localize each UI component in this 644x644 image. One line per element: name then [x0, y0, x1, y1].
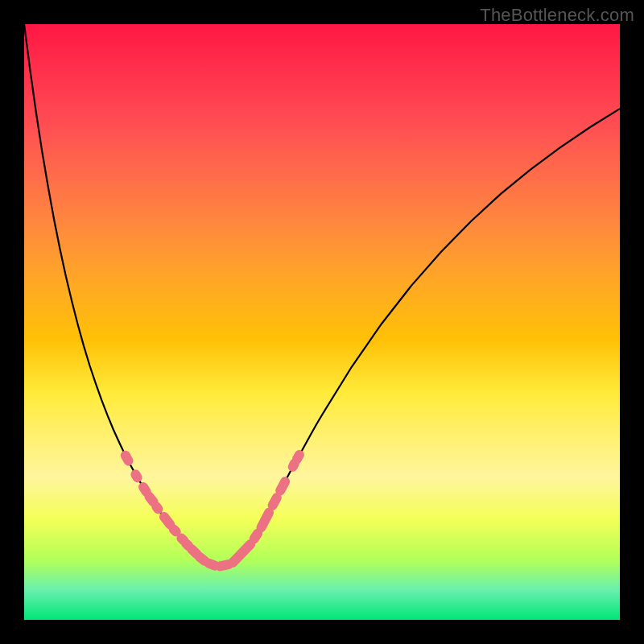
highlight-segment [220, 564, 228, 566]
highlight-segment [143, 487, 147, 492]
plot-area [24, 24, 620, 620]
watermark-text: TheBottleneck.com [480, 5, 634, 26]
highlight-segment [262, 513, 270, 528]
highlight-segment [208, 564, 214, 566]
bottleneck-curve [24, 24, 620, 566]
highlight-segments [126, 455, 299, 566]
highlight-segment [297, 455, 299, 459]
chart-svg [24, 24, 620, 620]
highlight-segment [164, 517, 170, 525]
highlight-segment [273, 497, 277, 506]
chart-frame: TheBottleneck.com [0, 0, 644, 644]
highlight-segment [254, 534, 258, 539]
highlight-segment [293, 463, 295, 466]
highlight-segment [135, 474, 137, 477]
highlight-segment [233, 544, 250, 563]
highlight-segment [200, 557, 205, 561]
highlight-segment [280, 481, 285, 490]
highlight-segment [149, 497, 153, 502]
highlight-segment [174, 530, 176, 532]
highlight-segment [126, 456, 129, 461]
highlight-segment [156, 506, 158, 509]
